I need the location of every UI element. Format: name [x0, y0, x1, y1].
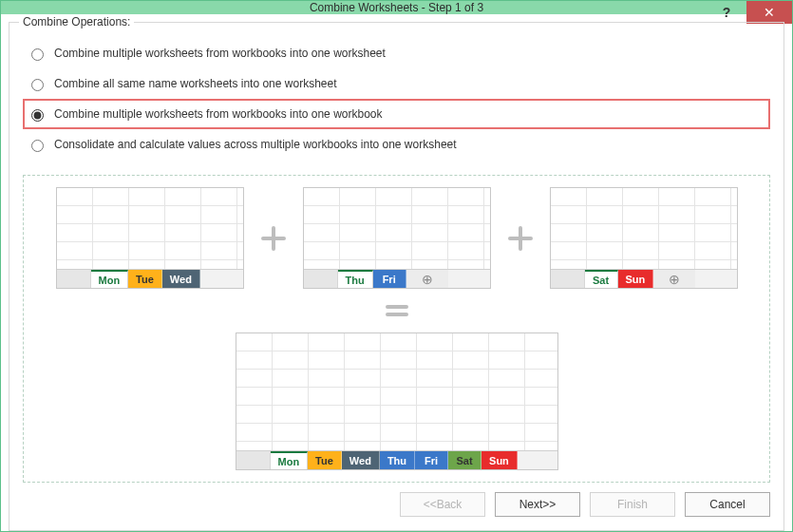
- sheet-tab: Wed: [162, 270, 200, 288]
- radio-label: Combine all same name worksheets into on…: [54, 77, 336, 90]
- next-button[interactable]: Next>>: [495, 492, 580, 517]
- sheet-tab: Thu: [380, 451, 415, 469]
- radio-option-consolidate[interactable]: Consolidate and calculate values across …: [23, 129, 770, 160]
- tab-spacer: [304, 270, 338, 288]
- grid-icon: [551, 188, 737, 269]
- radio-input[interactable]: [31, 48, 44, 61]
- plus-icon: [259, 224, 288, 253]
- radio-label: Combine multiple worksheets from workboo…: [54, 107, 383, 121]
- grid-icon: [57, 188, 243, 269]
- radio-input[interactable]: [31, 140, 44, 152]
- dialog-buttons: <<Back Next>> Finish Cancel: [23, 483, 770, 517]
- title-controls: ? ✕: [707, 1, 792, 14]
- sheet-tab: Mon: [271, 451, 309, 469]
- titlebar: Combine Worksheets - Step 1 of 3 ? ✕: [1, 1, 792, 14]
- tab-strip: Thu Fri ⊕: [304, 269, 490, 288]
- radio-input[interactable]: [31, 79, 44, 91]
- sheet-tab: Fri: [373, 270, 406, 288]
- combine-operations-group: Combine Operations: Combine multiple wor…: [9, 22, 784, 531]
- dialog-window: Combine Worksheets - Step 1 of 3 ? ✕ Com…: [0, 0, 793, 532]
- finish-button: Finish: [590, 492, 675, 517]
- tab-strip: Mon Tue Wed Thu Fri Sat Sun: [236, 450, 557, 469]
- sheet-tab: Fri: [415, 451, 448, 469]
- window-title: Combine Worksheets - Step 1 of 3: [1, 1, 792, 14]
- radio-option-same-name[interactable]: Combine all same name worksheets into on…: [23, 68, 770, 99]
- sheet-tab: Sat: [585, 270, 618, 288]
- sheet-tab: Wed: [342, 451, 380, 469]
- grid-icon: [236, 333, 557, 450]
- radio-label: Consolidate and calculate values across …: [54, 138, 457, 151]
- radio-list: Combine multiple worksheets from workboo…: [23, 32, 770, 160]
- add-sheet-tab: ⊕: [653, 270, 695, 288]
- grid-icon: [304, 188, 490, 269]
- group-title: Combine Operations:: [19, 15, 134, 28]
- radio-input[interactable]: [31, 109, 44, 122]
- source-workbook-3: Sat Sun ⊕: [550, 187, 738, 289]
- tab-spacer: [57, 270, 91, 288]
- tab-spacer: [551, 270, 585, 288]
- back-button: <<Back: [400, 492, 485, 517]
- source-workbook-1: Mon Tue Wed: [56, 187, 244, 289]
- sheet-tab: Sun: [481, 451, 518, 469]
- dialog-body: Combine Operations: Combine multiple wor…: [1, 14, 792, 532]
- cancel-button[interactable]: Cancel: [685, 492, 770, 517]
- tab-spacer: [236, 451, 271, 469]
- sheet-tab: Thu: [338, 270, 373, 288]
- sheet-tab: Sat: [448, 451, 481, 469]
- radio-option-combine-into-one-worksheet[interactable]: Combine multiple worksheets from workboo…: [23, 38, 770, 68]
- sheet-tab: Mon: [91, 270, 129, 288]
- sheet-tab: Tue: [308, 451, 342, 469]
- tab-strip: Mon Tue Wed: [57, 269, 243, 288]
- sheet-tab: Sun: [618, 270, 654, 288]
- preview-top-row: Mon Tue Wed Thu Fri: [56, 187, 738, 289]
- equals-icon: [383, 296, 411, 325]
- radio-label: Combine multiple worksheets from workboo…: [54, 47, 386, 60]
- tab-strip: Sat Sun ⊕: [551, 269, 737, 288]
- help-button[interactable]: ?: [707, 1, 746, 24]
- result-workbook: Mon Tue Wed Thu Fri Sat Sun: [236, 332, 558, 470]
- add-sheet-tab: ⊕: [406, 270, 448, 288]
- close-button[interactable]: ✕: [746, 1, 792, 24]
- preview-area: Mon Tue Wed Thu Fri: [23, 175, 770, 483]
- source-workbook-2: Thu Fri ⊕: [303, 187, 491, 289]
- radio-option-into-one-workbook[interactable]: Combine multiple worksheets from workboo…: [23, 99, 770, 129]
- plus-icon: [506, 224, 535, 253]
- sheet-tab: Tue: [128, 270, 162, 288]
